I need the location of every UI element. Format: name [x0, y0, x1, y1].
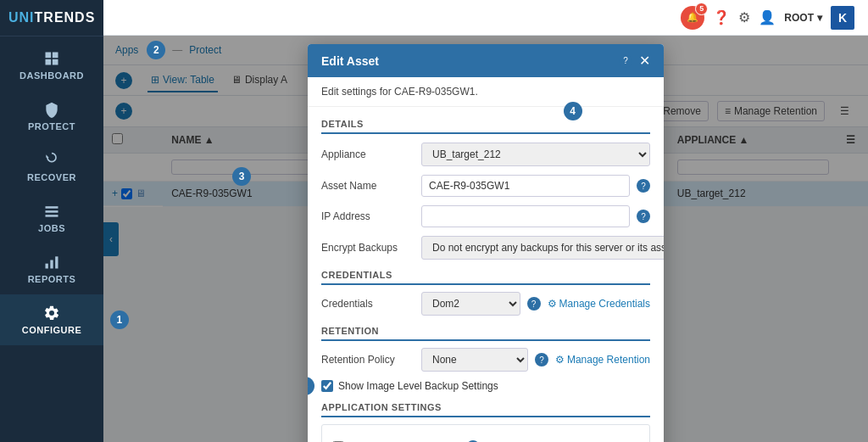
sidebar-item-label: REPORTS [28, 274, 76, 284]
credentials-select[interactable]: Dom2 [421, 292, 520, 316]
recover-icon [43, 152, 60, 169]
sidebar-item-label: CONFIGURE [22, 325, 82, 335]
content-area: Apps 2 — Protect + ⊞ View: Table 🖥 Displ… [103, 36, 868, 442]
retention-row: Retention Policy None ? ⚙ Manage Retenti… [321, 348, 650, 372]
svg-rect-7 [46, 264, 48, 269]
app-settings-box: Allow application aware? ? 6 Index Image… [321, 424, 650, 442]
asset-name-label: Asset Name [321, 180, 415, 192]
app-settings-section-label: APPLICATION SETTINGS [321, 402, 650, 417]
help-icon[interactable]: ❓ [713, 9, 730, 25]
sidebar-item-reports[interactable]: REPORTS [0, 243, 103, 294]
manage-retention-link[interactable]: ⚙ Manage Retention [555, 354, 650, 366]
ip-address-input[interactable] [421, 205, 630, 227]
show-image-checkbox[interactable] [321, 380, 333, 392]
settings-icon[interactable]: ⚙ [738, 9, 750, 25]
svg-rect-4 [46, 206, 58, 209]
annotation-5: 5 [308, 377, 314, 395]
modal-header: Edit Asset ? ✕ [308, 44, 664, 77]
asset-name-help-icon[interactable]: ? [637, 179, 650, 193]
sidebar-item-dashboard[interactable]: DASHBOARD [0, 40, 103, 91]
appliance-label: Appliance [321, 148, 415, 160]
credentials-section-label: CREDENTIALS [321, 270, 650, 285]
jobs-icon [43, 203, 60, 220]
svg-rect-1 [53, 53, 58, 59]
retention-policy-label: Retention Policy [321, 354, 415, 366]
notification-badge: 5 [695, 3, 708, 15]
svg-rect-8 [50, 260, 53, 269]
user-menu[interactable]: ROOT ▾ [784, 12, 822, 24]
modal-help-icon[interactable]: ? [619, 54, 632, 68]
logo: UNITRENDS [0, 0, 103, 36]
sidebar-item-label: JOBS [38, 223, 65, 233]
modal-body: DETAILS Appliance UB_target_212 Asset Na… [308, 107, 664, 442]
manage-credentials-icon: ⚙ [548, 298, 557, 310]
svg-rect-3 [53, 59, 58, 65]
ip-address-label: IP Address [321, 210, 415, 222]
appliance-row: Appliance UB_target_212 [321, 143, 650, 166]
asset-name-row: Asset Name ? [321, 175, 650, 197]
encrypt-backups-row: Encrypt Backups Do not encrypt any backu… [321, 236, 650, 260]
shield-icon [43, 101, 60, 118]
ip-help-icon[interactable]: ? [637, 210, 650, 223]
sidebar-nav: DASHBOARD PROTECT RECOVER JOBS REPORTS C… [0, 36, 103, 442]
modal-subtitle: Edit settings for CAE-R9-035GW1. [308, 77, 664, 107]
sidebar-item-configure[interactable]: CONFIGURE 1 [0, 294, 103, 345]
encrypt-backups-select[interactable]: Do not encrypt any backups for this serv… [421, 236, 664, 260]
sidebar-item-label: PROTECT [28, 121, 75, 131]
svg-rect-9 [55, 256, 58, 268]
notifications-icon[interactable]: 🔔 5 [681, 6, 704, 30]
sidebar-item-jobs[interactable]: JOBS [0, 193, 103, 243]
manage-credentials-link[interactable]: ⚙ Manage Credentials [548, 298, 650, 310]
reports-icon [43, 254, 60, 271]
svg-rect-2 [46, 59, 52, 65]
details-section-label: DETAILS [321, 119, 650, 134]
modal-overlay: Edit Asset ? ✕ Edit settings for CAE-R9-… [103, 36, 868, 442]
modal-close-button[interactable]: ✕ [639, 53, 650, 69]
show-image-label: Show Image Level Backup Settings [338, 380, 498, 392]
sidebar-item-protect[interactable]: PROTECT [0, 91, 103, 142]
credentials-label: Credentials [321, 298, 415, 310]
chevron-down-icon: ▾ [817, 12, 822, 24]
manage-retention-icon: ⚙ [555, 354, 565, 366]
gear-icon [43, 305, 60, 322]
retention-policy-select[interactable]: None [421, 348, 528, 372]
manage-retention-label: Manage Retention [567, 354, 650, 366]
ip-address-row: IP Address ? [321, 205, 650, 227]
topbar: 🔔 5 ❓ ⚙ 👤 ROOT ▾ K [103, 0, 868, 36]
sidebar-item-label: RECOVER [27, 172, 76, 182]
user-icon[interactable]: 👤 [759, 9, 776, 25]
sidebar-item-label: DASHBOARD [19, 70, 84, 81]
credentials-row: Credentials Dom2 ? ⚙ Manage Credentials [321, 292, 650, 316]
asset-name-input[interactable] [421, 175, 630, 197]
svg-rect-6 [46, 215, 58, 217]
main-content: 🔔 5 ❓ ⚙ 👤 ROOT ▾ K Apps 2 — Protect [103, 0, 868, 442]
retention-section-label: RETENTION [321, 326, 650, 341]
sidebar: UNITRENDS DASHBOARD PROTECT RECOVER JOBS… [0, 0, 103, 442]
svg-rect-0 [46, 53, 52, 59]
edit-asset-modal: Edit Asset ? ✕ Edit settings for CAE-R9-… [308, 44, 664, 442]
k-button[interactable]: K [831, 6, 854, 30]
user-label: ROOT [784, 12, 814, 24]
modal-title: Edit Asset [321, 54, 379, 68]
appliance-select[interactable]: UB_target_212 [421, 143, 650, 166]
credentials-help-icon[interactable]: ? [527, 297, 541, 311]
sidebar-item-recover[interactable]: RECOVER [0, 142, 103, 193]
svg-rect-5 [46, 210, 58, 213]
retention-help-icon[interactable]: ? [535, 353, 548, 366]
encrypt-backups-label: Encrypt Backups [321, 242, 415, 254]
logo-text: UNITRENDS [8, 10, 95, 25]
show-image-row: 5 Show Image Level Backup Settings [321, 380, 650, 392]
manage-credentials-label: Manage Credentials [559, 298, 650, 310]
grid-icon [43, 50, 60, 67]
